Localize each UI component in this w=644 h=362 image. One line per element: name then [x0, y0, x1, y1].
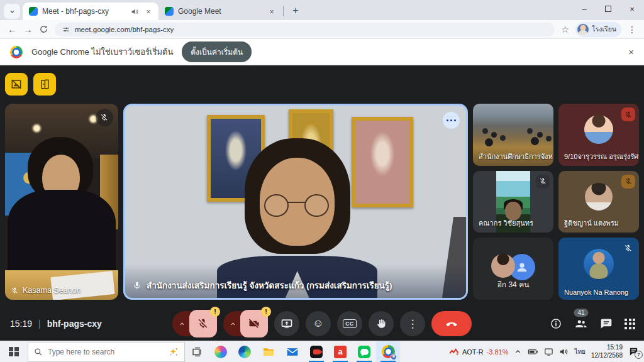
tab-title: Meet - bhf-pags-cxy: [42, 7, 126, 16]
tab-close-icon[interactable]: ×: [143, 6, 153, 16]
action-center-button[interactable]: 7: [628, 346, 639, 357]
mic-on-icon: [133, 281, 142, 290]
reload-button[interactable]: [39, 25, 48, 34]
taskbar-clock[interactable]: 15:19 12/12/2568: [591, 344, 623, 359]
present-screen-button[interactable]: [274, 311, 299, 336]
forward-button[interactable]: →: [23, 24, 33, 35]
tile-video: [527, 128, 533, 134]
file-explorer-button[interactable]: [257, 341, 280, 362]
maximize-button[interactable]: [596, 0, 620, 18]
chrome-logo-icon: [10, 46, 23, 58]
tab-divider: [283, 6, 284, 16]
infobar-message: Google Chrome ไม่ใช่เบราว์เซอร์เริ่มต้น: [31, 45, 173, 58]
clock-date: 12/12/2568: [591, 352, 623, 360]
tab-search-button[interactable]: [4, 4, 20, 19]
camera-toggle-button[interactable]: !: [240, 310, 268, 337]
leave-call-button[interactable]: [431, 311, 472, 336]
camera-options-button[interactable]: [223, 311, 242, 336]
minimize-button[interactable]: –: [572, 0, 596, 18]
clock-time: 15:19: [591, 344, 623, 352]
door-icon: [38, 78, 51, 90]
captions-button[interactable]: CC: [337, 311, 362, 336]
participant-tile[interactable]: ฐิติชญาน์ แตงพรม: [558, 171, 639, 233]
hidden-icons-chevron[interactable]: [514, 348, 522, 356]
task-view-button[interactable]: [185, 341, 209, 362]
address-bar[interactable]: meet.google.com/bhf-pags-cxy: [55, 23, 555, 36]
chat-button[interactable]: [600, 317, 613, 330]
meet-control-bar: 15:19 | bhf-pags-cxy !: [0, 308, 644, 339]
browser-tab-strip: Meet - bhf-pags-cxy × Google Meet × + – …: [0, 0, 644, 20]
participant-tile[interactable]: สำนักงานศึกษาธิการจังหว...: [473, 104, 553, 166]
more-vertical-icon: ⋮: [408, 317, 418, 331]
bookmark-star-icon[interactable]: ☆: [561, 25, 569, 35]
meeting-details-button[interactable]: [550, 317, 562, 330]
volume-icon[interactable]: [559, 347, 569, 356]
copilot-sparkle-icon: [169, 347, 179, 357]
chevron-down-icon: [9, 8, 16, 15]
line-app-button[interactable]: [352, 341, 376, 362]
browser-menu-icon[interactable]: ⋮: [628, 25, 636, 35]
participant-tile[interactable]: 9/10จารุวรรณ อรุณรุ่งรัศมี: [558, 104, 639, 166]
start-button[interactable]: [0, 341, 28, 362]
set-default-button[interactable]: ตั้งเป็นค่าเริ่มต้น: [182, 41, 252, 62]
exit-room-button[interactable]: [33, 73, 56, 96]
tab-audio-icon[interactable]: [131, 8, 139, 16]
mic-warning-badge: !: [210, 307, 220, 317]
participant-tile[interactable]: คณากร วิชัยสุนทร: [473, 171, 553, 233]
stock-widget[interactable]: AOT-R -3.81%: [449, 347, 508, 357]
clock: 15:19: [10, 319, 32, 329]
speaker-name: สำนักงานส่งเสริมการเรียนรู้ จังหวัดสระแก…: [147, 278, 392, 292]
screen-recorder-button[interactable]: [304, 341, 328, 362]
portrait-frame: [352, 117, 413, 207]
taskbar-search[interactable]: [28, 342, 185, 362]
infobar-close-icon[interactable]: ×: [628, 47, 634, 57]
overflow-tile[interactable]: อีก 34 คน: [473, 238, 553, 300]
more-options-button[interactable]: ⋮: [400, 311, 425, 336]
connect-display-icon[interactable]: [544, 347, 553, 356]
mic-options-button[interactable]: [172, 311, 191, 336]
mail-button[interactable]: [280, 341, 304, 362]
person-video: [8, 190, 116, 276]
profile-chip[interactable]: โรงเรียน: [575, 22, 621, 37]
search-icon: [34, 348, 43, 356]
present-screen-icon: [280, 317, 293, 330]
copilot-button[interactable]: [209, 341, 233, 362]
chrome-taskbar-button[interactable]: [376, 341, 400, 362]
tab-close-icon[interactable]: ×: [267, 6, 277, 16]
raise-hand-button[interactable]: [369, 311, 394, 336]
language-indicator[interactable]: ไทย: [574, 347, 585, 356]
camera-warning-badge: !: [261, 307, 271, 317]
site-settings-icon[interactable]: [62, 26, 70, 33]
participants-button[interactable]: 41: [574, 317, 588, 331]
mic-muted-icon: [621, 107, 635, 121]
new-tab-button[interactable]: +: [287, 3, 304, 19]
no-screenshot-button[interactable]: [5, 73, 28, 96]
back-button[interactable]: ←: [8, 24, 17, 35]
mic-toggle-button[interactable]: !: [189, 310, 217, 337]
participant-name-row: Kasama Seanon: [11, 286, 80, 295]
avatar-stack: [473, 254, 553, 280]
participant-name: Nuanyok Na Ranong: [564, 288, 628, 296]
battery-icon[interactable]: [528, 346, 538, 357]
avatar: [577, 24, 589, 35]
red-app-button[interactable]: a: [328, 341, 352, 362]
edge-button[interactable]: [233, 341, 257, 362]
participant-tile-self[interactable]: Kasama Seanon: [5, 104, 118, 300]
mic-muted-icon: [96, 109, 113, 126]
tab-meet-active[interactable]: Meet - bhf-pags-cxy ×: [23, 3, 158, 20]
browser-toolbar: ← → meet.google.com/bhf-pags-cxy ☆ โรงเร…: [0, 20, 644, 39]
participant-tile[interactable]: Nuanyok Na Ranong: [558, 238, 639, 300]
reactions-button[interactable]: ☺: [306, 311, 331, 336]
no-screenshot-icon: [10, 78, 23, 90]
participant-tile-speaker[interactable]: สำนักงานส่งเสริมการเรียนรู้ จังหวัดสระแก…: [123, 104, 468, 300]
search-input[interactable]: [48, 348, 164, 356]
activities-button[interactable]: [625, 319, 635, 329]
task-view-icon: [191, 346, 203, 358]
hand-icon: [375, 318, 387, 329]
tile-options-button[interactable]: [443, 112, 460, 129]
avatar: [584, 249, 614, 279]
tab-google-meet[interactable]: Google Meet ×: [158, 3, 282, 20]
camera-off-icon: [248, 317, 260, 330]
close-window-button[interactable]: ×: [620, 0, 644, 18]
chrome-icon: [382, 345, 395, 358]
